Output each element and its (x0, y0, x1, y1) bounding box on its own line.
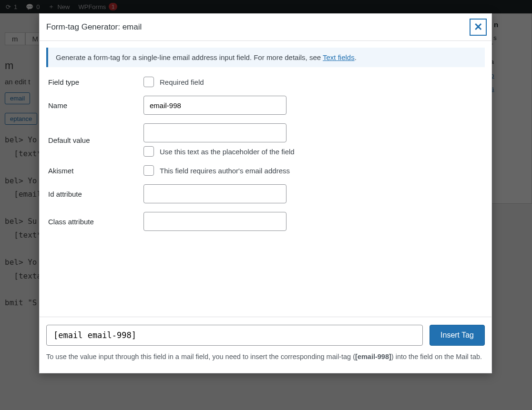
label-name: Name (48, 101, 143, 110)
form-tag-generator-modal: Form-tag Generator: email ✕ Generate a f… (39, 13, 492, 373)
close-icon: ✕ (474, 21, 482, 33)
label-default-value: Default value (48, 136, 143, 144)
placeholder-label: Use this text as the placeholder of the … (160, 148, 295, 156)
placeholder-checkbox[interactable] (143, 146, 154, 157)
insert-tag-button[interactable]: Insert Tag (430, 325, 485, 346)
text-fields-link[interactable]: Text fields (323, 53, 355, 61)
required-checkbox[interactable] (143, 77, 154, 87)
label-field-type: Field type (48, 78, 143, 86)
modal-footer: Insert Tag To use the value input throug… (40, 317, 491, 373)
default-value-input[interactable] (143, 123, 286, 142)
id-attr-input[interactable] (143, 184, 286, 203)
label-class-attr: Class attribute (48, 218, 143, 226)
label-akismet: Akismet (48, 167, 143, 175)
akismet-checkbox[interactable] (143, 165, 154, 176)
modal-header: Form-tag Generator: email ✕ (40, 14, 491, 41)
label-id-attr: Id attribute (48, 190, 143, 198)
info-banner: Generate a form-tag for a single-line em… (46, 48, 485, 67)
name-input[interactable] (143, 96, 286, 115)
required-label: Required field (160, 78, 204, 86)
akismet-row[interactable]: This field requires author's email addre… (143, 165, 483, 176)
mail-tag: [email-998] (355, 353, 391, 360)
modal-title: Form-tag Generator: email (46, 22, 142, 32)
required-field-row[interactable]: Required field (143, 77, 483, 87)
footer-hint: To use the value input through this fiel… (46, 351, 485, 362)
close-button[interactable]: ✕ (470, 19, 487, 36)
akismet-label: This field requires author's email addre… (160, 167, 290, 175)
placeholder-row[interactable]: Use this text as the placeholder of the … (143, 146, 483, 157)
class-attr-input[interactable] (143, 212, 286, 231)
banner-end: . (355, 53, 357, 61)
tag-output[interactable] (46, 325, 423, 346)
banner-text: Generate a form-tag for a single-line em… (56, 53, 323, 61)
